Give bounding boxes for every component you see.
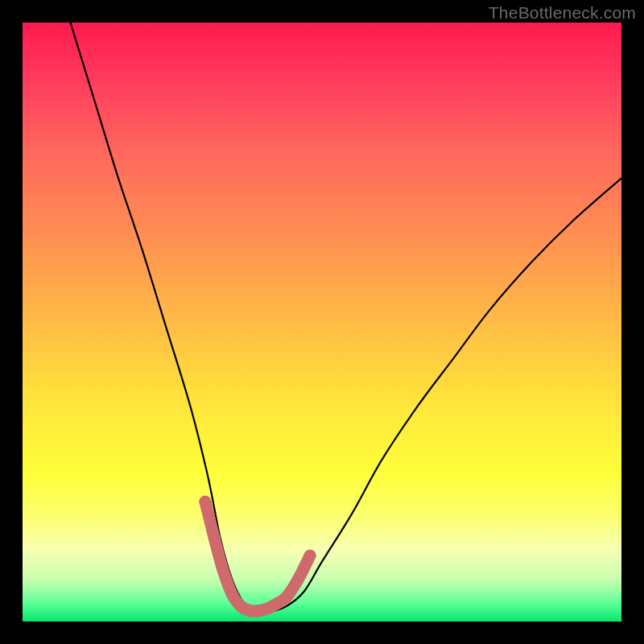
highlight-dot: [292, 573, 304, 585]
bottleneck-curve: [71, 23, 622, 613]
highlight-dot: [226, 588, 238, 601]
chart-frame: TheBottleneck.com: [0, 0, 644, 644]
highlight-dot: [280, 592, 292, 604]
plot-area: [23, 23, 621, 621]
highlight-dot: [217, 564, 229, 576]
curve-svg: [23, 23, 621, 621]
highlight-stroke: [205, 502, 310, 611]
highlight-dot: [304, 550, 316, 562]
highlight-dot: [199, 496, 211, 508]
attribution-text: TheBottleneck.com: [489, 3, 636, 23]
highlight-dot: [208, 531, 221, 543]
